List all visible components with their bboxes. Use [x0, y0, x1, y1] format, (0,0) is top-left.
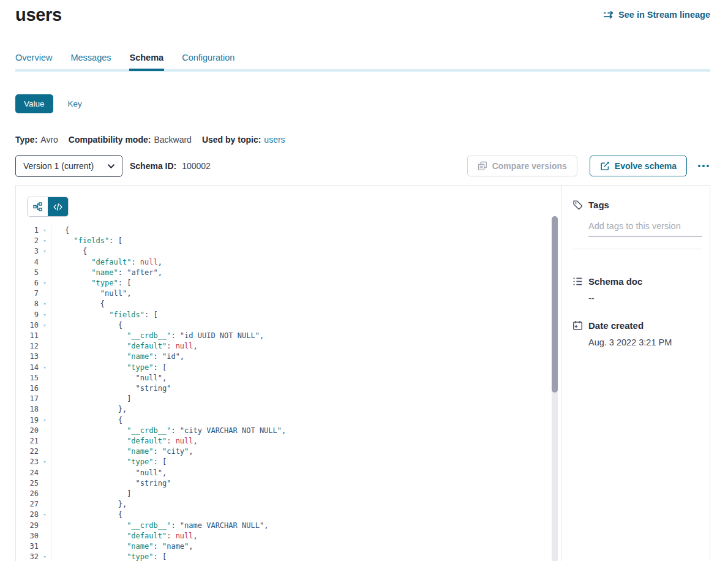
token-u: null	[176, 342, 193, 350]
collapse-arrow-icon[interactable]: ▾	[39, 299, 51, 309]
more-menu-button[interactable]	[697, 162, 710, 170]
collapse-arrow-icon[interactable]: ▾	[39, 415, 51, 426]
token-u: null	[176, 437, 193, 445]
code-line: 13"name": "id",	[21, 352, 561, 362]
compatibility-label: Compatibility mode:	[69, 135, 151, 145]
collapse-arrow-icon[interactable]: ▾	[39, 457, 51, 467]
code-line: 4"default": null,	[21, 257, 561, 268]
code-text: "null",	[51, 288, 131, 299]
collapse-spacer	[39, 521, 51, 531]
token-p: {	[83, 247, 87, 255]
code-line: 25"string"	[21, 478, 561, 489]
schema-editor: 1▾{2▾"fields": [3▾{4"default": null,5"na…	[16, 186, 562, 561]
line-gutter: 30	[21, 531, 51, 541]
code-line: 21"default": null,	[21, 436, 561, 446]
collapse-arrow-icon[interactable]: ▾	[39, 320, 51, 331]
tab-overview[interactable]: Overview	[15, 53, 52, 62]
token-p: ,	[162, 374, 167, 382]
line-gutter: 8▾	[21, 299, 51, 309]
tab-bar-items: OverviewMessagesSchemaConfiguration	[15, 52, 253, 62]
token-s: "city VARCHAR NOT NULL"	[180, 426, 282, 435]
line-number: 32	[21, 552, 39, 561]
code-text: ]	[51, 489, 131, 499]
code-line: 10▾{	[21, 320, 561, 331]
editor-scrollbar	[552, 216, 558, 561]
token-p: :	[118, 268, 127, 277]
list-icon	[572, 276, 583, 287]
stream-lineage-link[interactable]: See in Stream lineage	[603, 10, 710, 20]
token-p: ,	[193, 532, 198, 540]
collapse-arrow-icon[interactable]: ▾	[39, 246, 51, 257]
token-k: "fields"	[73, 236, 109, 245]
token-k: "__crdb__"	[127, 521, 171, 530]
code-text: {	[51, 299, 105, 309]
code-text: "type": [	[51, 552, 167, 561]
collapse-arrow-icon[interactable]: ▾	[39, 363, 51, 373]
token-p: : [	[144, 311, 158, 319]
evolve-schema-icon	[600, 161, 610, 171]
code-line: 1▾{	[21, 225, 561, 236]
token-k: "default"	[127, 532, 167, 540]
sidebar-divider	[572, 249, 702, 249]
compare-versions-button[interactable]: Compare versions	[467, 156, 577, 176]
value-toggle-button[interactable]: Value	[15, 94, 53, 113]
line-gutter: 31	[21, 541, 51, 552]
line-gutter: 27	[21, 499, 51, 510]
code-view-button[interactable]	[48, 197, 68, 216]
line-number: 9	[21, 310, 39, 320]
calendar-add-icon	[572, 320, 583, 331]
code-line: 22"name": "city",	[21, 446, 561, 457]
date-created-value: Aug. 3 2022 3:21 PM	[588, 337, 702, 347]
schema-doc-title: Schema doc	[588, 276, 642, 287]
scrollbar-thumb[interactable]	[552, 216, 558, 393]
collapse-arrow-icon[interactable]: ▾	[39, 236, 51, 246]
token-p: : [	[118, 279, 132, 287]
code-text: {	[51, 225, 69, 236]
token-p: :	[171, 521, 179, 530]
collapse-arrow-icon[interactable]: ▾	[39, 278, 51, 288]
code-line: 26]	[21, 489, 561, 499]
topic-link[interactable]: users	[264, 135, 285, 145]
line-gutter: 28▾	[21, 510, 51, 520]
key-toggle-link[interactable]: Key	[68, 99, 82, 108]
code-line: 17]	[21, 394, 561, 404]
evolve-schema-button[interactable]: Evolve schema	[590, 156, 687, 176]
code-text: {	[51, 510, 122, 520]
collapse-arrow-icon[interactable]: ▾	[39, 310, 51, 320]
code-text: "type": [	[51, 363, 167, 373]
code-text: {	[51, 320, 122, 331]
token-k: "default"	[127, 437, 167, 445]
line-number: 1	[21, 225, 39, 236]
token-p: ,	[193, 437, 198, 445]
tab-configuration[interactable]: Configuration	[182, 53, 235, 62]
tags-input[interactable]	[588, 221, 702, 236]
line-number: 7	[21, 288, 39, 299]
line-gutter: 23▾	[21, 457, 51, 467]
token-p: : [	[109, 236, 122, 245]
tree-view-button[interactable]	[28, 197, 48, 216]
code-line: 19▾{	[21, 415, 561, 426]
code-line: 6▾"type": [	[21, 278, 561, 288]
code-view-icon	[53, 203, 62, 211]
tab-messages[interactable]: Messages	[70, 53, 111, 62]
token-p: ,	[162, 469, 167, 477]
token-s: "id"	[162, 352, 180, 361]
collapse-arrow-icon[interactable]: ▾	[39, 510, 51, 520]
line-number: 21	[21, 436, 39, 446]
collapse-arrow-icon[interactable]: ▾	[39, 225, 51, 236]
collapse-spacer	[39, 394, 51, 404]
token-s: "null"	[100, 289, 127, 298]
schema-panel: 1▾{2▾"fields": [3▾{4"default": null,5"na…	[15, 185, 710, 561]
line-number: 26	[21, 489, 39, 499]
token-k: "default"	[127, 342, 167, 350]
version-select[interactable]: Version 1 (current)	[15, 155, 122, 177]
token-p: ,	[189, 447, 193, 456]
line-gutter: 3▾	[21, 246, 51, 257]
token-k: "type"	[127, 552, 153, 561]
collapse-arrow-icon[interactable]: ▾	[39, 552, 51, 561]
token-k: "name"	[127, 447, 153, 456]
token-p: :	[154, 542, 162, 551]
line-gutter: 24	[21, 468, 51, 478]
tab-schema[interactable]: Schema	[130, 53, 164, 62]
token-p: :	[167, 342, 175, 350]
